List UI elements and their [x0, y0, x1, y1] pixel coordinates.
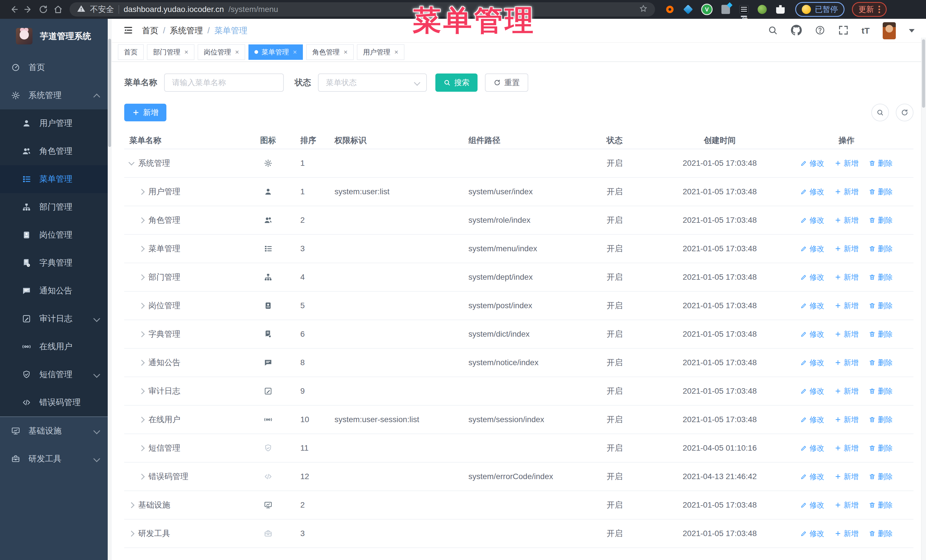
close-tab-icon[interactable]: ×: [235, 48, 239, 56]
delete-link[interactable]: 删除: [869, 158, 893, 168]
delete-link[interactable]: 删除: [869, 358, 893, 368]
sidebar-item-post-management[interactable]: 岗位管理: [0, 221, 112, 249]
delete-link[interactable]: 删除: [869, 529, 893, 539]
status-select[interactable]: 菜单状态: [318, 74, 427, 92]
sidebar-item-home[interactable]: 首页: [0, 54, 112, 82]
extension-frog-icon[interactable]: [757, 4, 767, 15]
breadcrumb-system[interactable]: 系统管理: [170, 25, 203, 36]
delete-link[interactable]: 删除: [869, 329, 893, 339]
tab-menu-management[interactable]: 菜单管理 ×: [248, 44, 303, 60]
sidebar-item-system-management[interactable]: 系统管理: [0, 82, 112, 109]
add-link[interactable]: 新增: [835, 187, 858, 197]
extension-cards-icon[interactable]: [720, 4, 731, 15]
edit-link[interactable]: 修改: [800, 244, 824, 254]
refresh-button[interactable]: [896, 104, 914, 121]
forward-icon[interactable]: [21, 2, 36, 17]
add-link[interactable]: 新增: [835, 215, 858, 225]
avatar[interactable]: [883, 22, 896, 39]
breadcrumb-home[interactable]: 首页: [142, 25, 159, 36]
browser-update-button[interactable]: 更新: [852, 2, 887, 17]
edit-link[interactable]: 修改: [800, 386, 824, 396]
sidebar-item-error-code-management[interactable]: 错误码管理: [0, 388, 112, 417]
delete-link[interactable]: 删除: [869, 472, 893, 482]
menu-name-input[interactable]: 请输入菜单名称: [164, 74, 284, 92]
add-link[interactable]: 新增: [835, 443, 858, 453]
reset-button[interactable]: 重置: [485, 74, 528, 92]
add-button[interactable]: 新增: [124, 104, 166, 121]
extension-list-icon[interactable]: on: [739, 4, 749, 15]
add-link[interactable]: 新增: [835, 386, 858, 396]
sidebar-item-sms-management[interactable]: 短信管理: [0, 361, 112, 388]
add-link[interactable]: 新增: [835, 529, 858, 539]
edit-link[interactable]: 修改: [800, 358, 824, 368]
sidebar-item-dept-management[interactable]: 部门管理: [0, 193, 112, 221]
reload-icon[interactable]: [36, 2, 51, 17]
edit-link[interactable]: 修改: [800, 215, 824, 225]
fullscreen-icon[interactable]: [838, 25, 849, 36]
expand-arrow-icon[interactable]: [139, 388, 145, 394]
sidebar-item-online-users[interactable]: 在线用户: [0, 333, 112, 361]
sidebar-item-infrastructure[interactable]: 基础设施: [0, 417, 112, 445]
close-tab-icon[interactable]: ×: [185, 48, 188, 56]
window-scrollbar[interactable]: [921, 38, 926, 560]
expand-arrow-icon[interactable]: [129, 530, 135, 536]
extension-orange-icon[interactable]: [665, 4, 675, 15]
edit-link[interactable]: 修改: [800, 529, 824, 539]
expand-arrow-icon[interactable]: [139, 331, 145, 337]
delete-link[interactable]: 删除: [869, 415, 893, 425]
edit-link[interactable]: 修改: [800, 443, 824, 453]
home-button-icon[interactable]: [51, 2, 65, 17]
tab-home[interactable]: 首页: [118, 44, 144, 60]
close-tab-icon[interactable]: ×: [343, 48, 348, 56]
font-size-icon[interactable]: tT: [862, 26, 870, 36]
sidebar-item-dev-tools[interactable]: 研发工具: [0, 445, 112, 473]
tab-dept-management[interactable]: 部门管理 ×: [147, 44, 194, 60]
expand-arrow-icon[interactable]: [139, 246, 145, 252]
sidebar-item-role-management[interactable]: 角色管理: [0, 137, 112, 165]
add-link[interactable]: 新增: [835, 358, 858, 368]
edit-link[interactable]: 修改: [800, 301, 824, 311]
github-icon[interactable]: [791, 25, 802, 37]
address-bar[interactable]: 不安全 dashboard.yudao.iocoder.cn/system/me…: [70, 2, 655, 17]
edit-link[interactable]: 修改: [800, 158, 824, 168]
tab-post-management[interactable]: 岗位管理 ×: [198, 44, 245, 60]
close-tab-icon[interactable]: ×: [293, 48, 297, 56]
expand-arrow-icon[interactable]: [139, 274, 145, 280]
close-tab-icon[interactable]: ×: [394, 48, 398, 56]
expand-arrow-icon[interactable]: [129, 502, 135, 508]
extension-gem-icon[interactable]: [683, 4, 693, 15]
help-icon[interactable]: [815, 25, 825, 36]
delete-link[interactable]: 删除: [869, 272, 893, 282]
bookmark-star-icon[interactable]: [639, 4, 648, 15]
add-link[interactable]: 新增: [835, 244, 858, 254]
expand-arrow-icon[interactable]: [139, 473, 145, 479]
search-button[interactable]: 搜索: [435, 74, 478, 92]
delete-link[interactable]: 删除: [869, 443, 893, 453]
expand-arrow-icon[interactable]: [139, 302, 145, 308]
expand-arrow-icon[interactable]: [139, 445, 145, 451]
delete-link[interactable]: 删除: [869, 244, 893, 254]
edit-link[interactable]: 修改: [800, 272, 824, 282]
sidebar-item-notice[interactable]: 通知公告: [0, 277, 112, 305]
add-link[interactable]: 新增: [835, 472, 858, 482]
delete-link[interactable]: 删除: [869, 386, 893, 396]
add-link[interactable]: 新增: [835, 415, 858, 425]
delete-link[interactable]: 删除: [869, 301, 893, 311]
sidebar-item-dict-management[interactable]: 字典管理: [0, 249, 112, 277]
expand-arrow-icon[interactable]: [139, 417, 145, 423]
add-link[interactable]: 新增: [835, 329, 858, 339]
add-link[interactable]: 新增: [835, 158, 858, 168]
edit-link[interactable]: 修改: [800, 187, 824, 197]
delete-link[interactable]: 删除: [869, 187, 893, 197]
extensions-puzzle-icon[interactable]: [775, 4, 785, 15]
expand-arrow-icon[interactable]: [139, 217, 145, 223]
sidebar-item-user-management[interactable]: 用户管理: [0, 109, 112, 137]
delete-link[interactable]: 删除: [869, 215, 893, 225]
edit-link[interactable]: 修改: [800, 472, 824, 482]
collapse-sidebar-icon[interactable]: [123, 25, 133, 36]
paused-extension-badge[interactable]: 已暂停: [795, 2, 844, 17]
delete-link[interactable]: 删除: [869, 500, 893, 510]
sidebar-scrollbar[interactable]: [108, 19, 112, 560]
add-link[interactable]: 新增: [835, 272, 858, 282]
add-link[interactable]: 新增: [835, 500, 858, 510]
